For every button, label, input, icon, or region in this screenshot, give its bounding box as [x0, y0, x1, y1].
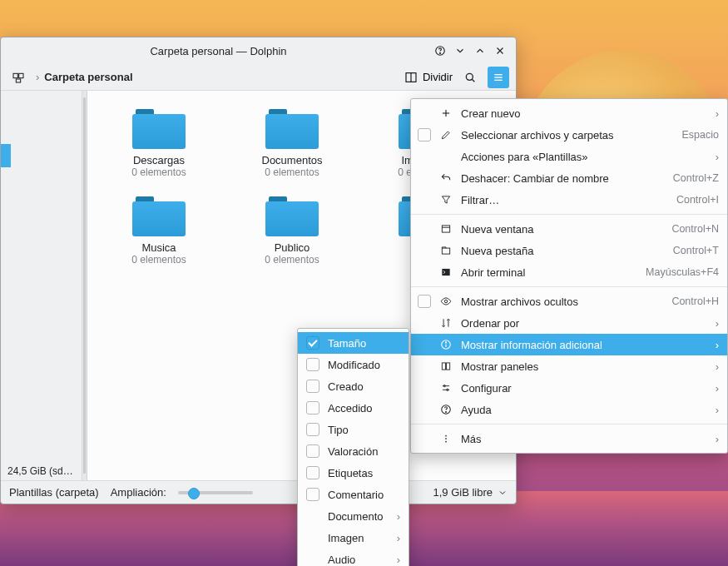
help-button[interactable]: [431, 42, 449, 60]
folder-item[interactable]: Publico0 elementos: [225, 186, 359, 274]
menu-select-files[interactable]: Seleccionar archivos y carpetasEspacio: [411, 124, 727, 146]
menu-show-panels[interactable]: Mostrar paneles›: [411, 355, 727, 377]
svg-point-21: [445, 342, 446, 343]
split-label: Dividir: [423, 71, 453, 83]
eye-icon: [439, 295, 453, 308]
close-button[interactable]: [491, 42, 509, 60]
plus-icon: [439, 107, 453, 120]
menu-more[interactable]: Más›: [411, 428, 727, 449]
window-icon: [439, 222, 453, 236]
submenu-modified[interactable]: Modificado: [298, 354, 409, 375]
zoom-label: Ampliación:: [111, 486, 166, 499]
submenu-rating[interactable]: Valoración: [298, 440, 409, 462]
svg-point-30: [445, 435, 447, 437]
places-sidebar[interactable]: 24,5 GiB (sd…: [1, 91, 82, 480]
status-path: Plantillas (carpeta): [9, 486, 99, 499]
split-view-button[interactable]: Dividir: [404, 71, 453, 84]
submenu-audio[interactable]: Audio›: [298, 549, 409, 566]
checkbox[interactable]: [306, 401, 319, 415]
svg-rect-14: [442, 226, 449, 232]
svg-rect-16: [442, 248, 449, 254]
terminal-icon: [439, 266, 453, 279]
folder-item[interactable]: Descargas0 elementos: [92, 99, 225, 186]
svg-rect-17: [442, 269, 449, 276]
menu-open-terminal[interactable]: Abrir terminalMayúsculas+F4: [411, 261, 727, 283]
chevron-down-icon: [498, 488, 508, 498]
pencil-icon: [439, 128, 453, 142]
window-title: Carpeta personal — Dolphin: [7, 45, 429, 57]
hamburger-menu-button[interactable]: [488, 67, 509, 88]
checkbox[interactable]: [418, 128, 431, 142]
sort-icon: [439, 316, 453, 330]
svg-rect-23: [447, 363, 450, 370]
breadcrumb[interactable]: › Carpeta personal: [36, 71, 398, 83]
svg-rect-3: [19, 73, 23, 77]
checkbox[interactable]: [306, 423, 319, 436]
configure-icon: [439, 381, 453, 395]
menu-configure[interactable]: Configurar›: [411, 377, 727, 399]
checkbox[interactable]: [306, 466, 319, 479]
submenu-image[interactable]: Imagen›: [298, 527, 409, 549]
checkbox[interactable]: [306, 380, 319, 393]
submenu-type[interactable]: Tipo: [298, 419, 409, 440]
submenu-size[interactable]: Tamaño: [298, 332, 409, 354]
menu-help[interactable]: Ayuda›: [411, 399, 727, 420]
checkbox[interactable]: [306, 444, 319, 458]
menu-undo[interactable]: Deshacer: Cambiar de nombreControl+Z: [411, 167, 727, 189]
menu-new-tab[interactable]: Nueva pestañaControl+T: [411, 240, 727, 261]
checkbox[interactable]: [306, 488, 319, 501]
submenu-created[interactable]: Creado: [298, 375, 409, 397]
more-icon: [439, 432, 453, 445]
folder-icon: [265, 195, 319, 236]
additional-info-submenu: Tamaño Modificado Creado Accedido Tipo V…: [297, 328, 409, 566]
disk-usage-label[interactable]: 24,5 GiB (sd…: [1, 462, 82, 480]
svg-point-29: [446, 411, 447, 412]
folder-icon: [265, 107, 319, 149]
folder-item[interactable]: Musica0 elementos: [92, 186, 225, 274]
svg-point-7: [466, 73, 473, 80]
toolbar: › Carpeta personal Dividir: [1, 64, 516, 91]
filter-icon: [439, 193, 453, 206]
checkbox[interactable]: [418, 295, 431, 308]
folder-item[interactable]: Documentos0 elementos: [225, 99, 359, 186]
free-space[interactable]: 1,9 GiB libre: [433, 486, 508, 499]
menu-create-new[interactable]: Crear nuevo›: [411, 102, 727, 124]
panel-toggle-icon[interactable]: [7, 67, 29, 88]
panels-icon: [439, 360, 453, 373]
maximize-button[interactable]: [471, 42, 489, 60]
titlebar[interactable]: Carpeta personal — Dolphin: [1, 37, 516, 64]
svg-point-32: [445, 441, 447, 443]
menu-filter[interactable]: Filtrar…Control+I: [411, 189, 727, 211]
menu-show-hidden[interactable]: Mostrar archivos ocultosControl+H: [411, 290, 727, 312]
undo-icon: [439, 171, 453, 185]
submenu-comment[interactable]: Comentario: [298, 484, 409, 505]
svg-point-31: [445, 438, 447, 439]
search-button[interactable]: [459, 67, 481, 88]
checkbox[interactable]: [306, 358, 319, 371]
zoom-slider[interactable]: [178, 491, 253, 494]
chevron-right-icon: ›: [36, 71, 39, 83]
checkbox-checked[interactable]: [306, 336, 319, 350]
menu-show-additional-info[interactable]: Mostrar información adicional›: [411, 334, 727, 355]
info-icon: [439, 338, 453, 351]
statusbar: Plantillas (carpeta) Ampliación: 1,9 GiB…: [1, 480, 516, 504]
sidebar-selection-indicator: [1, 144, 11, 167]
folder-icon: [132, 107, 186, 149]
help-icon: [439, 403, 453, 416]
menu-sort-by[interactable]: Ordenar por›: [411, 312, 727, 334]
tab-icon: [439, 244, 453, 257]
svg-line-8: [472, 79, 474, 82]
breadcrumb-current[interactable]: Carpeta personal: [44, 71, 132, 83]
svg-rect-2: [13, 73, 17, 77]
menu-new-window[interactable]: Nueva ventanaControl+N: [411, 218, 727, 240]
menu-actions-for[interactable]: Acciones para «Plantillas»›: [411, 146, 727, 167]
folder-icon: [132, 195, 186, 236]
svg-point-1: [440, 52, 441, 53]
minimize-button[interactable]: [451, 42, 469, 60]
hamburger-menu: Crear nuevo› Seleccionar archivos y carp…: [410, 98, 728, 454]
svg-rect-4: [16, 79, 20, 82]
submenu-document[interactable]: Documento›: [298, 505, 409, 527]
submenu-accessed[interactable]: Accedido: [298, 397, 409, 419]
svg-rect-22: [442, 363, 445, 370]
submenu-tags[interactable]: Etiquetas: [298, 462, 409, 484]
